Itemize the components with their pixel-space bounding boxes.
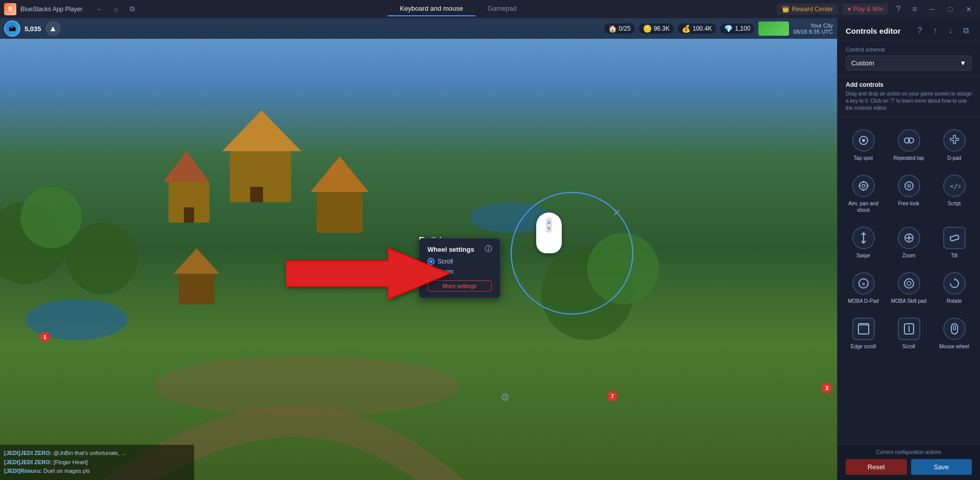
- hud-resource-housing: 🏠 0/25: [604, 23, 635, 34]
- header-right-buttons: 👑 Reward Center ♥ Play & Win ? ≡ ─ □ ✕: [777, 2, 976, 16]
- control-script[interactable]: </> Script: [933, 169, 976, 219]
- svg-rect-15: [179, 274, 214, 304]
- footer-buttons: Reset Save: [846, 459, 972, 475]
- game-area[interactable]: 🏔 5,035 ▲ 🏠 0/25 🪙 96.3K 💰 100.4K: [0, 18, 837, 480]
- free-look-icon: [898, 175, 920, 197]
- control-repeated-tap[interactable]: Repeated tap: [887, 124, 930, 167]
- control-tilt[interactable]: Tilt: [933, 221, 976, 265]
- svg-point-25: [862, 184, 865, 187]
- zoom-radio[interactable]: [427, 268, 435, 275]
- control-zoom[interactable]: Zoom: [887, 221, 930, 265]
- controls-panel: Controls editor ? ↑ ↓ ⧉ Control scheme C…: [837, 18, 980, 480]
- panel-copy-icon[interactable]: ⧉: [960, 25, 972, 37]
- control-moba-skill-pad[interactable]: MOBA Skill pad: [887, 267, 930, 310]
- svg-rect-48: [953, 326, 955, 330]
- moba-d-pad-icon: ⊕: [852, 272, 875, 295]
- area-close-button[interactable]: ✕: [613, 207, 620, 219]
- maximize-button[interactable]: □: [943, 2, 958, 16]
- game-gear-icon[interactable]: ⚙: [500, 391, 510, 403]
- control-mouse-wheel[interactable]: Mouse wheel: [933, 312, 976, 355]
- controls-grid: Tap spot Repeated tap D-pad: [838, 117, 980, 444]
- reward-center-button[interactable]: 👑 Reward Center: [777, 4, 838, 15]
- svg-point-21: [862, 139, 865, 142]
- svg-marker-14: [310, 156, 369, 192]
- hud-resource-coins: 🪙 96.3K: [639, 23, 674, 34]
- city-info: Your City 08/16 6:35 UTC: [793, 22, 833, 35]
- d-pad-label: D-pad: [947, 155, 961, 161]
- control-rotate[interactable]: Rotate: [933, 267, 976, 310]
- player-score: 5,035: [25, 25, 41, 33]
- svg-rect-13: [317, 192, 363, 233]
- up-arrow-button[interactable]: ▲: [45, 21, 61, 36]
- control-scroll[interactable]: Scroll: [887, 312, 930, 355]
- add-controls-title: Add controls: [846, 81, 972, 88]
- game-background: 🏔 5,035 ▲ 🏠 0/25 🪙 96.3K 💰 100.4K: [0, 18, 837, 480]
- svg-point-24: [859, 182, 868, 190]
- game-hud: 🏔 5,035 ▲ 🏠 0/25 🪙 96.3K 💰 100.4K: [0, 18, 837, 39]
- control-edge-scroll[interactable]: Edge scroll: [842, 312, 885, 355]
- minimize-button[interactable]: ─: [925, 2, 939, 16]
- moba-skill-pad-label: MOBA Skill pad: [891, 298, 926, 304]
- popup-info-icon[interactable]: ⓘ: [485, 245, 492, 254]
- app-logo: B: [4, 3, 16, 15]
- close-button[interactable]: ✕: [962, 2, 976, 16]
- help-button[interactable]: ?: [892, 3, 904, 15]
- control-free-look[interactable]: Free look: [887, 169, 930, 219]
- svg-rect-37: [950, 235, 959, 241]
- hud-resource-gems: 💎 1,100: [720, 23, 754, 34]
- zoom-option[interactable]: Zoom: [427, 268, 492, 275]
- more-settings-button[interactable]: More settings: [427, 280, 492, 292]
- mouse-body: ▲ ▼: [536, 212, 562, 253]
- panel-help-icon[interactable]: ?: [914, 25, 926, 37]
- control-aim-pan-shoot[interactable]: Aim, pan and shoot: [842, 169, 885, 219]
- mouse-wheel: ▲ ▼: [546, 218, 552, 233]
- tab-keyboard-mouse[interactable]: Keyboard and mouse: [388, 2, 475, 16]
- zoom-icon: [898, 227, 920, 249]
- home-button[interactable]: ⌂: [109, 2, 123, 16]
- scheme-label: Control scheme: [846, 46, 972, 53]
- back-button[interactable]: ←: [92, 2, 107, 16]
- panel-share-icon[interactable]: ↑: [929, 25, 941, 37]
- control-moba-d-pad[interactable]: ⊕ MOBA D-Pad: [842, 267, 885, 310]
- popup-title: Wheel settings ⓘ: [427, 245, 492, 254]
- moba-d-pad-label: MOBA D-Pad: [848, 298, 878, 304]
- control-d-pad[interactable]: D-pad: [933, 124, 976, 167]
- tab-gamepad[interactable]: Gamepad: [475, 2, 529, 16]
- boost-button[interactable]: [758, 21, 789, 36]
- swipe-icon: [852, 227, 875, 249]
- repeated-tap-label: Repeated tap: [893, 155, 924, 161]
- add-controls-desc: Drag and drop an action on your game scr…: [846, 90, 972, 112]
- badge-1: 1: [40, 332, 50, 342]
- control-swipe[interactable]: Swipe: [842, 221, 885, 265]
- svg-point-4: [66, 223, 138, 294]
- windows-button[interactable]: ⧉: [125, 2, 139, 16]
- scheme-select[interactable]: Custom ▼: [846, 56, 972, 70]
- control-tap-spot[interactable]: Tap spot: [842, 124, 885, 167]
- scroll-radio[interactable]: [427, 258, 435, 265]
- game-scene: Build ▲ ▼: [0, 39, 837, 480]
- svg-rect-44: [858, 324, 869, 326]
- svg-point-40: [904, 279, 914, 288]
- svg-marker-8: [163, 151, 209, 182]
- save-button[interactable]: Save: [911, 459, 972, 475]
- play-icon: ♥: [847, 6, 851, 13]
- reset-button[interactable]: Reset: [846, 459, 907, 475]
- play-win-button[interactable]: ♥ Play & Win: [842, 4, 888, 15]
- main-content: 🏔 5,035 ▲ 🏠 0/25 🪙 96.3K 💰 100.4K: [0, 18, 980, 480]
- svg-point-6: [587, 233, 659, 304]
- svg-rect-47: [951, 324, 958, 334]
- rotate-label: Rotate: [947, 298, 962, 304]
- menu-button[interactable]: ≡: [909, 3, 921, 15]
- panel-header-icons: ? ↑ ↓ ⧉: [914, 25, 972, 37]
- aim-pan-shoot-icon: [852, 175, 875, 197]
- rotate-icon: [943, 272, 966, 295]
- add-controls-section: Add controls Drag and drop an action on …: [838, 76, 980, 117]
- hud-resource-gold: 💰 100.4K: [678, 23, 716, 34]
- panel-header: Controls editor ? ↑ ↓ ⧉: [838, 18, 980, 41]
- swipe-label: Swipe: [856, 252, 870, 259]
- scheme-section: Control scheme Custom ▼: [838, 41, 980, 76]
- chevron-down-icon: ▼: [960, 59, 966, 67]
- svg-marker-42: [954, 278, 956, 281]
- panel-import-icon[interactable]: ↓: [944, 25, 957, 37]
- scroll-option[interactable]: Scroll: [427, 258, 492, 265]
